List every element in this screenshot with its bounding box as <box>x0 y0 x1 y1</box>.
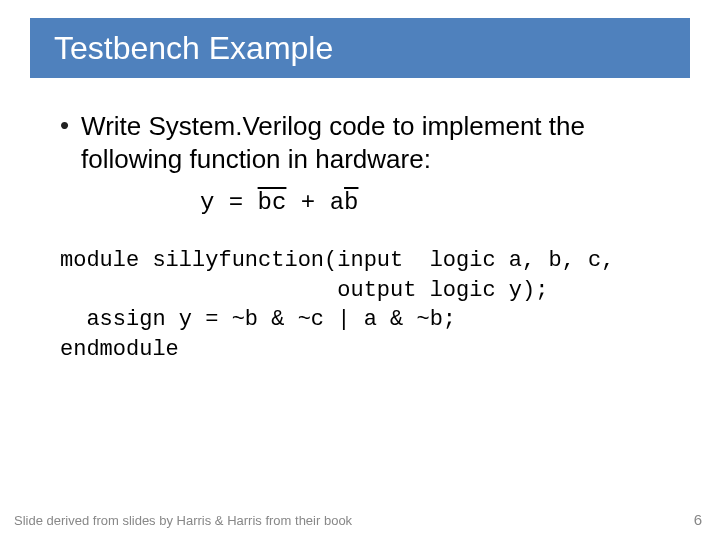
equation: y = bc + ab <box>200 189 680 216</box>
code-line-2: output logic y); <box>60 278 548 303</box>
bullet-line-1: Write System.Verilog code to implement t… <box>81 111 585 141</box>
code-line-1: module sillyfunction(input logic a, b, c… <box>60 248 615 273</box>
code-line-3: assign y = ~b & ~c | a & ~b; <box>60 307 456 332</box>
title-bar: Testbench Example <box>30 18 690 78</box>
eq-term1-bar: bc <box>258 189 287 216</box>
code-block: module sillyfunction(input logic a, b, c… <box>60 246 680 365</box>
bullet-marker: • <box>60 110 69 141</box>
eq-term2-b-bar: b <box>344 189 358 216</box>
slide-title: Testbench Example <box>30 30 333 67</box>
footer-attribution: Slide derived from slides by Harris & Ha… <box>14 513 352 528</box>
bullet-text: Write System.Verilog code to implement t… <box>81 110 585 175</box>
eq-lhs: y = <box>200 189 258 216</box>
code-line-4: endmodule <box>60 337 179 362</box>
bullet-item: • Write System.Verilog code to implement… <box>60 110 680 175</box>
eq-term2-a: a <box>330 189 344 216</box>
page-number: 6 <box>694 511 702 528</box>
content-area: • Write System.Verilog code to implement… <box>60 110 680 365</box>
bullet-line-2: following function in hardware: <box>81 144 431 174</box>
eq-plus: + <box>286 189 329 216</box>
